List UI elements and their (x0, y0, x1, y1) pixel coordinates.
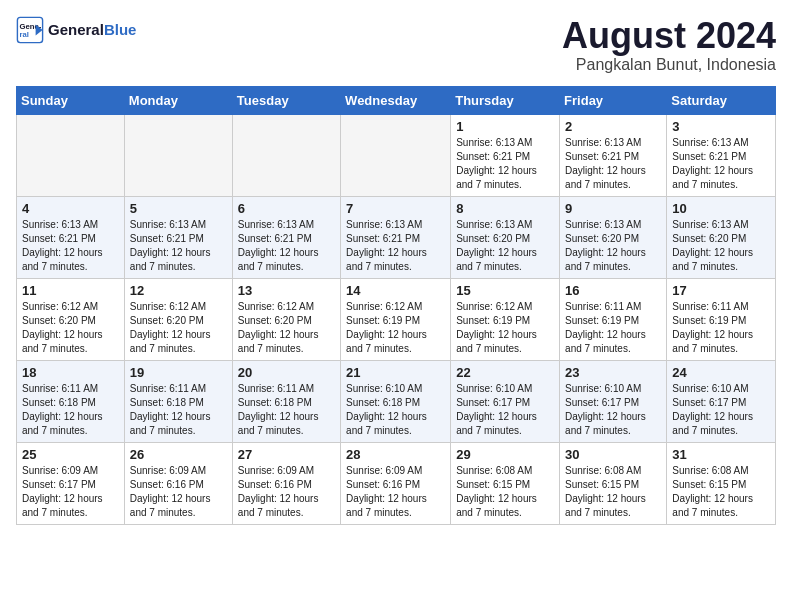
day-number: 1 (456, 119, 554, 134)
day-info: Sunrise: 6:11 AM Sunset: 6:18 PM Dayligh… (238, 382, 335, 438)
week-row-1: 1Sunrise: 6:13 AM Sunset: 6:21 PM Daylig… (17, 114, 776, 196)
day-number: 8 (456, 201, 554, 216)
day-number: 22 (456, 365, 554, 380)
day-number: 2 (565, 119, 661, 134)
day-number: 24 (672, 365, 770, 380)
day-number: 25 (22, 447, 119, 462)
weekday-header-sunday: Sunday (17, 86, 125, 114)
day-info: Sunrise: 6:11 AM Sunset: 6:19 PM Dayligh… (672, 300, 770, 356)
day-number: 20 (238, 365, 335, 380)
calendar: SundayMondayTuesdayWednesdayThursdayFrid… (16, 86, 776, 525)
day-number: 3 (672, 119, 770, 134)
day-info: Sunrise: 6:13 AM Sunset: 6:20 PM Dayligh… (456, 218, 554, 274)
day-info: Sunrise: 6:08 AM Sunset: 6:15 PM Dayligh… (565, 464, 661, 520)
weekday-header-row: SundayMondayTuesdayWednesdayThursdayFrid… (17, 86, 776, 114)
day-info: Sunrise: 6:09 AM Sunset: 6:17 PM Dayligh… (22, 464, 119, 520)
calendar-cell: 13Sunrise: 6:12 AM Sunset: 6:20 PM Dayli… (232, 278, 340, 360)
day-info: Sunrise: 6:11 AM Sunset: 6:18 PM Dayligh… (130, 382, 227, 438)
svg-text:ral: ral (20, 30, 29, 39)
calendar-cell: 17Sunrise: 6:11 AM Sunset: 6:19 PM Dayli… (667, 278, 776, 360)
title-area: August 2024 Pangkalan Bunut, Indonesia (562, 16, 776, 74)
day-number: 4 (22, 201, 119, 216)
weekday-header-wednesday: Wednesday (341, 86, 451, 114)
calendar-cell: 15Sunrise: 6:12 AM Sunset: 6:19 PM Dayli… (451, 278, 560, 360)
calendar-cell: 6Sunrise: 6:13 AM Sunset: 6:21 PM Daylig… (232, 196, 340, 278)
day-number: 28 (346, 447, 445, 462)
day-number: 16 (565, 283, 661, 298)
weekday-header-thursday: Thursday (451, 86, 560, 114)
calendar-cell: 11Sunrise: 6:12 AM Sunset: 6:20 PM Dayli… (17, 278, 125, 360)
calendar-cell (232, 114, 340, 196)
calendar-cell: 29Sunrise: 6:08 AM Sunset: 6:15 PM Dayli… (451, 442, 560, 524)
day-info: Sunrise: 6:12 AM Sunset: 6:19 PM Dayligh… (456, 300, 554, 356)
calendar-cell: 3Sunrise: 6:13 AM Sunset: 6:21 PM Daylig… (667, 114, 776, 196)
day-info: Sunrise: 6:11 AM Sunset: 6:19 PM Dayligh… (565, 300, 661, 356)
day-number: 31 (672, 447, 770, 462)
logo-general: General (48, 21, 104, 38)
calendar-cell: 28Sunrise: 6:09 AM Sunset: 6:16 PM Dayli… (341, 442, 451, 524)
calendar-cell: 20Sunrise: 6:11 AM Sunset: 6:18 PM Dayli… (232, 360, 340, 442)
week-row-5: 25Sunrise: 6:09 AM Sunset: 6:17 PM Dayli… (17, 442, 776, 524)
day-info: Sunrise: 6:09 AM Sunset: 6:16 PM Dayligh… (130, 464, 227, 520)
calendar-cell: 9Sunrise: 6:13 AM Sunset: 6:20 PM Daylig… (560, 196, 667, 278)
day-number: 13 (238, 283, 335, 298)
calendar-cell: 10Sunrise: 6:13 AM Sunset: 6:20 PM Dayli… (667, 196, 776, 278)
day-info: Sunrise: 6:13 AM Sunset: 6:21 PM Dayligh… (130, 218, 227, 274)
calendar-cell: 2Sunrise: 6:13 AM Sunset: 6:21 PM Daylig… (560, 114, 667, 196)
day-info: Sunrise: 6:12 AM Sunset: 6:20 PM Dayligh… (22, 300, 119, 356)
day-info: Sunrise: 6:10 AM Sunset: 6:18 PM Dayligh… (346, 382, 445, 438)
calendar-cell: 14Sunrise: 6:12 AM Sunset: 6:19 PM Dayli… (341, 278, 451, 360)
calendar-cell: 31Sunrise: 6:08 AM Sunset: 6:15 PM Dayli… (667, 442, 776, 524)
calendar-cell: 16Sunrise: 6:11 AM Sunset: 6:19 PM Dayli… (560, 278, 667, 360)
day-number: 10 (672, 201, 770, 216)
day-number: 12 (130, 283, 227, 298)
day-info: Sunrise: 6:08 AM Sunset: 6:15 PM Dayligh… (672, 464, 770, 520)
day-info: Sunrise: 6:13 AM Sunset: 6:21 PM Dayligh… (22, 218, 119, 274)
day-number: 21 (346, 365, 445, 380)
day-info: Sunrise: 6:13 AM Sunset: 6:21 PM Dayligh… (672, 136, 770, 192)
logo-blue: Blue (104, 21, 137, 38)
day-number: 11 (22, 283, 119, 298)
day-number: 9 (565, 201, 661, 216)
day-info: Sunrise: 6:12 AM Sunset: 6:20 PM Dayligh… (238, 300, 335, 356)
calendar-cell: 26Sunrise: 6:09 AM Sunset: 6:16 PM Dayli… (124, 442, 232, 524)
location: Pangkalan Bunut, Indonesia (562, 56, 776, 74)
day-number: 27 (238, 447, 335, 462)
calendar-cell: 25Sunrise: 6:09 AM Sunset: 6:17 PM Dayli… (17, 442, 125, 524)
calendar-cell (341, 114, 451, 196)
day-number: 17 (672, 283, 770, 298)
day-info: Sunrise: 6:11 AM Sunset: 6:18 PM Dayligh… (22, 382, 119, 438)
day-number: 6 (238, 201, 335, 216)
day-info: Sunrise: 6:12 AM Sunset: 6:19 PM Dayligh… (346, 300, 445, 356)
day-info: Sunrise: 6:09 AM Sunset: 6:16 PM Dayligh… (238, 464, 335, 520)
header: Gene- ral GeneralBlue August 2024 Pangka… (16, 16, 776, 74)
day-info: Sunrise: 6:13 AM Sunset: 6:21 PM Dayligh… (346, 218, 445, 274)
day-number: 14 (346, 283, 445, 298)
day-info: Sunrise: 6:10 AM Sunset: 6:17 PM Dayligh… (456, 382, 554, 438)
day-number: 19 (130, 365, 227, 380)
week-row-2: 4Sunrise: 6:13 AM Sunset: 6:21 PM Daylig… (17, 196, 776, 278)
calendar-cell: 23Sunrise: 6:10 AM Sunset: 6:17 PM Dayli… (560, 360, 667, 442)
day-info: Sunrise: 6:12 AM Sunset: 6:20 PM Dayligh… (130, 300, 227, 356)
week-row-3: 11Sunrise: 6:12 AM Sunset: 6:20 PM Dayli… (17, 278, 776, 360)
logo-icon: Gene- ral (16, 16, 44, 44)
calendar-cell: 4Sunrise: 6:13 AM Sunset: 6:21 PM Daylig… (17, 196, 125, 278)
day-info: Sunrise: 6:08 AM Sunset: 6:15 PM Dayligh… (456, 464, 554, 520)
month-year: August 2024 (562, 16, 776, 56)
calendar-cell: 1Sunrise: 6:13 AM Sunset: 6:21 PM Daylig… (451, 114, 560, 196)
calendar-cell: 5Sunrise: 6:13 AM Sunset: 6:21 PM Daylig… (124, 196, 232, 278)
day-info: Sunrise: 6:13 AM Sunset: 6:20 PM Dayligh… (672, 218, 770, 274)
day-number: 26 (130, 447, 227, 462)
day-info: Sunrise: 6:13 AM Sunset: 6:20 PM Dayligh… (565, 218, 661, 274)
day-info: Sunrise: 6:13 AM Sunset: 6:21 PM Dayligh… (456, 136, 554, 192)
day-info: Sunrise: 6:13 AM Sunset: 6:21 PM Dayligh… (238, 218, 335, 274)
calendar-cell: 22Sunrise: 6:10 AM Sunset: 6:17 PM Dayli… (451, 360, 560, 442)
day-number: 18 (22, 365, 119, 380)
calendar-cell: 12Sunrise: 6:12 AM Sunset: 6:20 PM Dayli… (124, 278, 232, 360)
calendar-cell: 7Sunrise: 6:13 AM Sunset: 6:21 PM Daylig… (341, 196, 451, 278)
day-number: 7 (346, 201, 445, 216)
calendar-cell: 30Sunrise: 6:08 AM Sunset: 6:15 PM Dayli… (560, 442, 667, 524)
day-number: 15 (456, 283, 554, 298)
weekday-header-tuesday: Tuesday (232, 86, 340, 114)
day-number: 5 (130, 201, 227, 216)
